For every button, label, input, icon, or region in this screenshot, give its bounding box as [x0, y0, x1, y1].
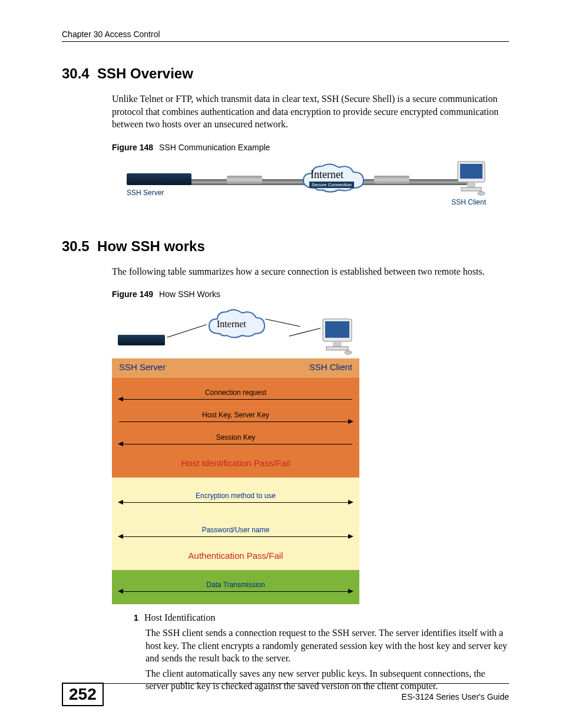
section-30-4-paragraph: Unlike Telnet or FTP, which transmit dat… [112, 93, 509, 131]
arrow-label: Password/User name [119, 526, 352, 534]
page-footer: 252 ES-3124 Series User's Guide [62, 683, 509, 701]
secure-connection-label: Secure Connection [309, 182, 354, 188]
numbered-list: 1Host Identification The SSH client send… [121, 611, 509, 693]
section-heading-30-4: 30.4 SSH Overview [62, 65, 509, 82]
connector-line [167, 325, 207, 338]
router-icon [374, 176, 409, 184]
svg-point-9 [345, 351, 352, 354]
svg-rect-8 [326, 347, 348, 350]
section-number: 30.4 [62, 65, 90, 81]
session-key-arrow: Session Key [119, 436, 352, 450]
page-number: 252 [62, 683, 104, 706]
fig149-header-row: SSH Server SSH Client [112, 358, 359, 378]
section-title: How SSH works [97, 238, 205, 254]
svg-rect-6 [325, 321, 349, 338]
arrow-label: Session Key [119, 433, 352, 442]
fig149-top-devices: Internet [112, 302, 359, 358]
figure-148-diagram: SSH Server Internet Secure Connection SS… [127, 156, 486, 215]
fig149-host-id-phase: Connection request Host Key, Server Key … [112, 378, 359, 477]
authentication-pass-fail: Authentication Pass/Fail [119, 551, 352, 561]
data-transmission-arrow: Data Transmission [119, 583, 352, 597]
figure-number: Figure 148 [112, 143, 153, 152]
arrow-label: Host Key, Server Key [119, 411, 352, 419]
encryption-method-arrow: Encryption method to use [119, 494, 352, 508]
figure-title: SSH Communication Example [159, 143, 270, 152]
connector-line [289, 328, 321, 337]
section-number: 30.5 [62, 238, 90, 254]
figure-title: How SSH Works [159, 289, 220, 299]
list-paragraph: The SSH client sends a connection reques… [146, 627, 509, 665]
internet-label: Internet [217, 319, 246, 330]
ssh-client-monitor-icon [457, 160, 486, 196]
figure-149-caption: Figure 149How SSH Works [112, 289, 509, 299]
list-number: 1 [121, 612, 138, 624]
router-icon [227, 176, 262, 184]
figure-number: Figure 149 [112, 289, 153, 299]
ssh-server-label: SSH Server [119, 362, 166, 372]
connector-line [266, 319, 300, 327]
svg-rect-7 [333, 342, 342, 347]
arrow-label: Data Transmission [119, 581, 352, 589]
svg-rect-1 [460, 164, 482, 179]
chapter-header: Chapter 30 Access Control [62, 29, 509, 42]
list-title: Host Identification [144, 612, 215, 622]
list-item: 1Host Identification The SSH client send… [121, 611, 509, 693]
arrow-label: Encryption method to use [119, 492, 352, 500]
internet-label: Internet [310, 169, 343, 181]
ssh-server-icon [118, 335, 165, 345]
ssh-client-label: SSH Client [309, 362, 352, 372]
svg-rect-2 [467, 183, 475, 187]
ssh-server-label: SSH Server [127, 189, 164, 197]
svg-rect-3 [461, 187, 481, 191]
section-30-5-paragraph: The following table summarizes how a sec… [112, 265, 509, 278]
fig149-auth-phase: Encryption method to use Password/User n… [112, 477, 359, 570]
guide-title: ES-3124 Series User's Guide [402, 692, 509, 701]
ssh-client-label: SSH Client [451, 198, 486, 206]
svg-point-4 [478, 192, 485, 195]
connection-request-arrow: Connection request [119, 391, 352, 405]
section-title: SSH Overview [97, 65, 193, 81]
host-identification-pass-fail: Host Identification Pass/Fail [119, 458, 352, 468]
host-key-arrow: Host Key, Server Key [119, 413, 352, 427]
figure-149-diagram: Internet SSH Server SSH Client [112, 302, 359, 604]
section-heading-30-5: 30.5 How SSH works [62, 238, 509, 255]
ssh-client-monitor-icon [321, 317, 353, 355]
ssh-server-icon [127, 173, 191, 185]
password-username-arrow: Password/User name [119, 528, 352, 542]
fig149-data-phase: Data Transmission [112, 570, 359, 604]
figure-148-caption: Figure 148SSH Communication Example [112, 143, 509, 152]
arrow-label: Connection request [119, 388, 352, 397]
